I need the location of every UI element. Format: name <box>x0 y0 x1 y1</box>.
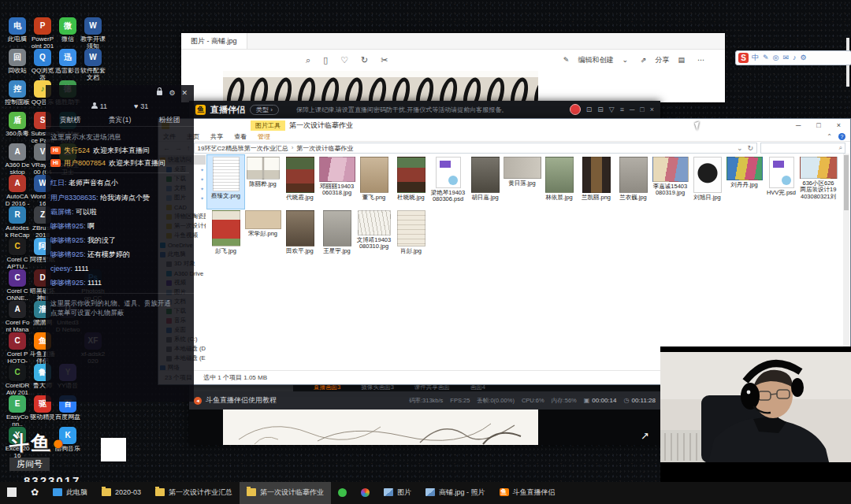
file-tile[interactable]: 刘丹丹.jpg <box>726 155 763 209</box>
folder-homework-sum-button[interactable]: 第一次设计作业汇总 <box>148 482 240 504</box>
douyu-app-button[interactable]: ✿ <box>24 482 46 504</box>
window-control-icon[interactable]: ─ <box>796 121 801 129</box>
sogou-tool-icon[interactable]: ✎ <box>763 54 769 61</box>
pictures-button[interactable]: 图片 <box>377 482 418 504</box>
file-tile[interactable]: 陈丽桦.jpg <box>244 155 281 209</box>
search-input[interactable]: ⌕ <box>760 143 845 154</box>
gear-icon[interactable]: ⚙ <box>169 90 175 97</box>
ribbon-collapse-icon[interactable]: ⌃ <box>827 133 832 140</box>
ribbon-tab-4[interactable]: 管理 <box>258 132 270 141</box>
file-tile[interactable]: 代晓霞.jpg <box>281 155 318 209</box>
type-selector[interactable]: 类型 › <box>250 105 279 115</box>
edit-icon[interactable]: ✎ <box>563 56 570 64</box>
window-control-icon[interactable]: ≡ <box>620 106 624 113</box>
sogou-input-toolbar[interactable]: S 中✎◎✉♪⚙ <box>735 50 851 65</box>
zoom-icon[interactable]: ⌕ <box>306 55 310 65</box>
file-tile[interactable]: 董飞.png <box>355 155 392 209</box>
sogou-tool-icon[interactable]: ✉ <box>782 54 789 61</box>
rotate-icon[interactable]: ↻ <box>361 55 368 65</box>
file-tile[interactable]: HVV完.psd <box>763 155 800 209</box>
streamer-avatar[interactable] <box>570 104 581 115</box>
file-tile[interactable]: 蔡臻文.png <box>207 155 244 209</box>
sogou-tool-icon[interactable]: ◎ <box>773 54 779 61</box>
companion-titlebar[interactable]: 鱼 直播伴侣 类型 › 保障上课纪律,请设置直播间密码防干扰,开播仪式等活动请提… <box>189 101 660 118</box>
window-control-icon[interactable]: ▽ <box>609 106 615 113</box>
desktop-icon[interactable]: 微微信 <box>55 17 80 43</box>
photo-shangpu-button[interactable]: 商铺.jpg - 照片 <box>418 482 492 504</box>
contextual-tab[interactable]: 图片工具 <box>251 120 285 131</box>
breadcrumb-item[interactable]: 第一次设计临摹作业 <box>296 144 353 153</box>
file-tile[interactable]: 杜晓晓.jpg <box>392 155 429 209</box>
chevron-down-icon[interactable]: ⌄ <box>622 56 628 64</box>
speaker-icon[interactable]: ◂ <box>194 397 202 405</box>
start-button[interactable] <box>0 482 24 504</box>
danmaku-overlay[interactable]: ⚙ ✕ 11 ♥31 贡献榜贵宾(1)粉丝团 这里展示水友进场消息Hi失行524… <box>46 85 194 402</box>
breadcrumb-item[interactable]: 19环艺C2精品班第一次作业汇总 <box>198 144 288 153</box>
file-tile[interactable]: 邓丽丽19403060318.jpg <box>318 155 355 209</box>
resize-arrow-icon[interactable]: ↗ <box>641 430 649 442</box>
file-tile[interactable]: 彭飞.jpg <box>207 209 244 262</box>
file-tile[interactable]: 李嘉诚15403080319.jpg <box>652 155 689 209</box>
desktop-icon[interactable]: AAutoCAD 2016 - 简.. <box>5 175 30 208</box>
folder-2020-03-button[interactable]: 2020-03 <box>95 482 148 504</box>
desktop-icon[interactable]: 控控制面板 <box>5 80 30 106</box>
desktop-icon[interactable]: CCorelDRAW 2018 (64-.. <box>5 364 30 397</box>
favorite-icon[interactable]: ♡ <box>340 55 348 65</box>
desktop-icon[interactable]: ACorel Font Manage.. <box>5 301 30 334</box>
lock-icon[interactable] <box>157 91 162 95</box>
tutorial-link[interactable]: 斗鱼直播伴侣使用教程 <box>206 395 277 406</box>
desktop-icon[interactable]: CCorel PHOTO-P.. <box>5 332 30 365</box>
folder-homework-button[interactable]: 第一次设计临摹作业 <box>240 482 331 504</box>
crop-icon[interactable]: ✂ <box>381 55 388 65</box>
scrollbar[interactable] <box>843 154 849 371</box>
danmu-tab[interactable]: 粉丝团 <box>159 115 180 125</box>
window-control-icon[interactable]: □ <box>816 121 820 129</box>
file-tile[interactable]: 梁艳琴19403080306.psd <box>429 155 466 209</box>
file-tile[interactable]: 636小区626两居装设计19403080321刘乐.png <box>800 155 837 209</box>
desktop-icon[interactable]: EEasyConn.. <box>5 395 30 428</box>
close-icon[interactable]: ✕ <box>181 90 188 97</box>
photos-tab[interactable]: 图片 - 商铺.jpg <box>181 33 247 49</box>
window-control-icon[interactable]: □ <box>640 106 644 113</box>
ribbon-tab-2[interactable]: 共享 <box>210 132 223 141</box>
address-icon[interactable]: ↻ <box>747 144 753 152</box>
sogou-tool-icon[interactable]: ⚙ <box>800 54 806 61</box>
desktop-icon[interactable]: W软件配套文档 <box>80 49 106 82</box>
window-control-icon[interactable]: ⊟ <box>597 106 604 113</box>
douyu-companion-button[interactable]: 鱼斗鱼直播伴侣 <box>492 482 563 504</box>
file-tile[interactable]: 文博靖19403080310.jpg <box>355 209 392 262</box>
desktop-icon[interactable]: CCorel CONNE.. <box>5 269 30 302</box>
wechat-button[interactable] <box>331 482 354 504</box>
desktop-icon[interactable]: PPowerPoint 2016 <box>30 17 55 50</box>
desktop-icon[interactable]: 迅迅雷影音 <box>55 49 80 75</box>
delete-icon[interactable]: ▯ <box>323 55 328 65</box>
desktop-icon[interactable]: RAutodesk ReCap 2018 <box>5 206 30 239</box>
file-tile[interactable]: 宋学彭.png <box>244 209 281 262</box>
window-control-icon[interactable]: × <box>650 106 654 113</box>
window-control-icon[interactable]: ⊡ <box>586 106 593 113</box>
file-tile[interactable]: 胡日嘉.jpg <box>466 155 504 209</box>
file-tile[interactable]: 刘旭日.jpg <box>689 155 726 209</box>
ribbon-tab-3[interactable]: 查看 <box>234 132 247 141</box>
explorer-titlebar[interactable]: 图片工具 第一次设计临摹作业 ─□× <box>158 119 850 132</box>
file-tile[interactable]: 田欢平.jpg <box>281 209 318 262</box>
share-icon[interactable]: ⇗ <box>641 56 647 64</box>
window-control-icon[interactable]: ─ <box>630 106 634 113</box>
photos-app-button[interactable] <box>354 482 377 504</box>
share-button[interactable]: 分享 <box>655 55 669 65</box>
desktop-icon[interactable]: AA360 Desktop <box>5 143 30 176</box>
window-control-icon[interactable]: × <box>837 121 841 129</box>
file-tile[interactable]: 兰衣巍.jpg <box>615 155 652 209</box>
danmu-tab[interactable]: 贵宾(1) <box>109 115 132 125</box>
file-tile[interactable]: 兰凯丽.png <box>578 155 615 209</box>
file-tile[interactable]: 林依晨.jpg <box>541 155 578 209</box>
help-icon[interactable]: ? <box>838 133 845 140</box>
file-tile[interactable]: 王星宇.jpg <box>318 209 355 262</box>
sogou-tool-icon[interactable]: 中 <box>752 54 759 61</box>
address-icon[interactable]: ⌄ <box>737 144 743 152</box>
print-icon[interactable]: ▤ <box>678 56 685 64</box>
more-icon[interactable]: ⋯ <box>697 56 704 64</box>
file-tile[interactable]: 黄日落.jpg <box>504 155 541 209</box>
desktop-icon[interactable]: 电此电脑 <box>5 17 30 43</box>
desktop-icon[interactable]: 盾360杀毒 <box>5 112 30 138</box>
